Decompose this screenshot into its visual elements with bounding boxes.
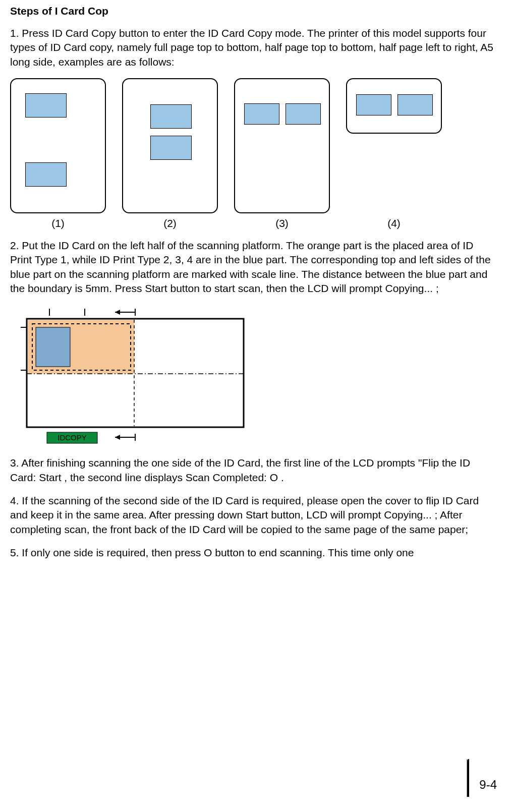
- card-front-icon: [244, 103, 279, 125]
- card-back-icon: [25, 162, 67, 187]
- step-4-text: 4. If the scanning of the second side of…: [10, 494, 497, 537]
- section-heading: Steps of I Card Cop: [10, 5, 497, 17]
- idcopy-label-text: IDCOPY: [58, 433, 87, 442]
- card-front-icon: [356, 94, 391, 115]
- page-number: 9-4: [479, 778, 497, 792]
- diagram-1: [10, 78, 106, 213]
- page-content: Steps of I Card Cop 1. Press ID Card Cop…: [0, 0, 512, 584]
- caption-2: (2): [122, 217, 218, 229]
- step-5-text: 5. If only one side is required, then pr…: [10, 546, 497, 560]
- scan-platform-diagram: IDCOPY: [19, 305, 497, 446]
- diagram-3: [234, 78, 330, 213]
- page-divider-icon: [467, 759, 469, 797]
- diagram-captions: (1) (2) (3) (4): [10, 217, 497, 229]
- svg-marker-14: [115, 435, 120, 440]
- card-back-icon: [397, 94, 433, 115]
- step-2-text: 2. Put the ID Card on the left half of t…: [10, 239, 497, 296]
- svg-rect-8: [36, 327, 70, 367]
- diagram-2: [122, 78, 218, 213]
- step-3-text: 3. After finishing scanning the one side…: [10, 456, 497, 485]
- layout-diagrams: [10, 78, 497, 213]
- caption-1: (1): [10, 217, 106, 229]
- caption-4: (4): [346, 217, 442, 229]
- card-back-icon: [286, 103, 321, 125]
- caption-3: (3): [234, 217, 330, 229]
- card-front-icon: [150, 104, 192, 129]
- card-front-icon: [25, 93, 67, 118]
- card-back-icon: [150, 136, 192, 160]
- scan-platform-icon: IDCOPY: [19, 305, 256, 446]
- diagram-4: [346, 78, 442, 134]
- svg-marker-1: [115, 310, 120, 315]
- step-1-text: 1. Press ID Card Copy button to enter th…: [10, 26, 497, 69]
